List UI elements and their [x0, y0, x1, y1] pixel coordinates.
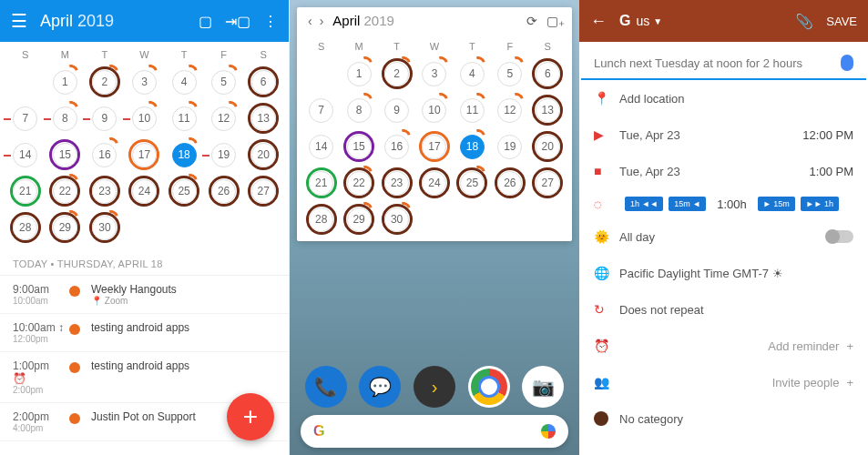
- end-time-row[interactable]: ■ Tue, Apr 23 1:00 PM: [579, 153, 868, 189]
- calendar-day[interactable]: 8: [340, 92, 377, 128]
- timezone-row[interactable]: 🌐 Pacific Daylight Time GMT-7 ☀: [579, 255, 868, 291]
- account-dropdown-icon[interactable]: ▼: [653, 16, 662, 26]
- calendar-day[interactable]: 21: [302, 165, 340, 201]
- prev-month-icon[interactable]: ‹: [304, 14, 316, 28]
- calendar-day[interactable]: 30: [85, 209, 125, 246]
- calendar-day[interactable]: 25: [454, 165, 491, 201]
- calendar-widget[interactable]: ‹ › April 2019 ⟳ ▢₊ SMTWTFS 123456789101…: [297, 7, 572, 241]
- calendar-day[interactable]: 15: [46, 136, 86, 173]
- account-label[interactable]: us: [636, 14, 649, 28]
- calendar-day[interactable]: 18: [164, 136, 204, 173]
- reminder-row[interactable]: ⏰ Add reminder +: [579, 328, 868, 364]
- minus-15m-button[interactable]: 15m ◄: [669, 197, 706, 211]
- header-title[interactable]: April 2019: [40, 12, 186, 31]
- calendar-day[interactable]: 4: [454, 56, 491, 92]
- calendar-day[interactable]: 11: [164, 100, 204, 136]
- calendar-day[interactable]: 26: [491, 165, 528, 201]
- minus-1h-button[interactable]: 1h ◄◄: [625, 197, 663, 211]
- calendar-day[interactable]: 20: [243, 136, 283, 173]
- calendar-day[interactable]: 16: [378, 128, 415, 165]
- calendar-day[interactable]: 3: [125, 64, 165, 100]
- calendar-day[interactable]: 12: [491, 92, 528, 128]
- calendar-day[interactable]: 7: [302, 92, 340, 128]
- calendar-day[interactable]: 28: [302, 201, 340, 238]
- calendar-day[interactable]: 2: [85, 64, 125, 100]
- calendar-day[interactable]: 5: [491, 56, 528, 92]
- refresh-icon[interactable]: ⟳: [526, 14, 537, 28]
- calendar-day[interactable]: 7: [5, 100, 46, 136]
- calendar-day[interactable]: 28: [5, 209, 46, 246]
- camera-app-icon[interactable]: 📷: [522, 366, 564, 408]
- location-row[interactable]: 📍 Add location: [579, 80, 868, 116]
- calendar-day[interactable]: 26: [204, 173, 244, 209]
- calendar-day[interactable]: 8: [46, 100, 86, 136]
- calendar-day[interactable]: 6: [243, 64, 283, 100]
- calendar-day[interactable]: 24: [125, 173, 165, 209]
- calendar-day[interactable]: 9: [378, 92, 415, 128]
- event-item[interactable]: 9:00am10:00amWeekly Hangouts📍 Zoom: [0, 276, 289, 314]
- attachment-icon[interactable]: 📎: [795, 13, 813, 30]
- calendar-day[interactable]: 6: [529, 56, 567, 92]
- add-event-fab[interactable]: +: [227, 393, 274, 440]
- plus-1h-button[interactable]: ►► 1h: [801, 197, 839, 211]
- google-search-bar[interactable]: G: [301, 415, 568, 448]
- calendar-day[interactable]: 14: [302, 128, 340, 165]
- phone-app-icon[interactable]: 📞: [305, 366, 347, 408]
- calendar-day[interactable]: 24: [415, 165, 453, 201]
- calendar-day[interactable]: 22: [46, 173, 86, 209]
- calendar-day[interactable]: 1: [340, 56, 377, 92]
- today-icon[interactable]: ▢: [199, 13, 212, 30]
- calendar-day[interactable]: 29: [46, 209, 86, 246]
- add-icon[interactable]: ▢₊: [546, 14, 565, 28]
- messages-app-icon[interactable]: 💬: [359, 366, 401, 408]
- goto-icon[interactable]: ⇥▢: [225, 13, 250, 30]
- calendar-day[interactable]: 3: [415, 56, 453, 92]
- calendar-day[interactable]: 4: [164, 64, 204, 100]
- calendar-day[interactable]: 22: [340, 165, 377, 201]
- calendar-day[interactable]: 11: [454, 92, 491, 128]
- calendar-day[interactable]: 23: [378, 165, 415, 201]
- event-item[interactable]: 10:00am ↕12:00pmtesting android apps: [0, 314, 289, 352]
- calendar-day[interactable]: 21: [5, 173, 46, 209]
- calendar-day[interactable]: 23: [85, 173, 125, 209]
- calendar-day[interactable]: 15: [340, 128, 377, 165]
- calendar-day[interactable]: 13: [529, 92, 567, 128]
- calendar-day[interactable]: 19: [491, 128, 528, 165]
- calendar-day[interactable]: 25: [164, 173, 204, 209]
- calendar-day[interactable]: 17: [125, 136, 165, 173]
- repeat-row[interactable]: ↻ Does not repeat: [579, 291, 868, 328]
- calendar-day[interactable]: 10: [415, 92, 453, 128]
- widget-title[interactable]: April 2019: [332, 13, 517, 28]
- title-input[interactable]: [594, 56, 841, 70]
- start-time-row[interactable]: ▶ Tue, Apr 23 12:00 PM: [579, 116, 868, 153]
- calendar-day[interactable]: 17: [415, 128, 453, 165]
- calendar-day[interactable]: 19: [204, 136, 244, 173]
- calendar-day[interactable]: 2: [378, 56, 415, 92]
- assistant-icon[interactable]: [541, 424, 556, 439]
- calendar-day[interactable]: 18: [454, 128, 491, 165]
- overflow-icon[interactable]: ⋮: [263, 13, 278, 30]
- next-month-icon[interactable]: ›: [316, 14, 328, 28]
- calendar-day[interactable]: 20: [529, 128, 567, 165]
- plex-app-icon[interactable]: ›: [414, 366, 455, 408]
- calendar-day[interactable]: 12: [204, 100, 244, 136]
- invite-row[interactable]: 👥 Invite people +: [579, 364, 868, 400]
- back-icon[interactable]: ←: [590, 12, 607, 31]
- calendar-day[interactable]: 1: [46, 64, 86, 100]
- menu-icon[interactable]: ☰: [11, 10, 27, 32]
- calendar-day[interactable]: 9: [85, 100, 125, 136]
- voice-input-icon[interactable]: [841, 55, 853, 71]
- calendar-day[interactable]: 27: [243, 173, 283, 209]
- calendar-day[interactable]: 29: [340, 201, 377, 238]
- calendar-day[interactable]: 14: [5, 136, 46, 173]
- calendar-day[interactable]: 27: [529, 165, 567, 201]
- chrome-app-icon[interactable]: [468, 366, 510, 408]
- allday-row[interactable]: 🌞 All day: [579, 218, 868, 255]
- calendar-day[interactable]: 16: [85, 136, 125, 173]
- calendar-day[interactable]: 10: [125, 100, 165, 136]
- allday-toggle[interactable]: [826, 230, 853, 243]
- category-row[interactable]: No category: [579, 400, 868, 437]
- calendar-day[interactable]: 5: [204, 64, 244, 100]
- calendar-day[interactable]: 30: [378, 201, 415, 238]
- save-button[interactable]: SAVE: [826, 15, 857, 28]
